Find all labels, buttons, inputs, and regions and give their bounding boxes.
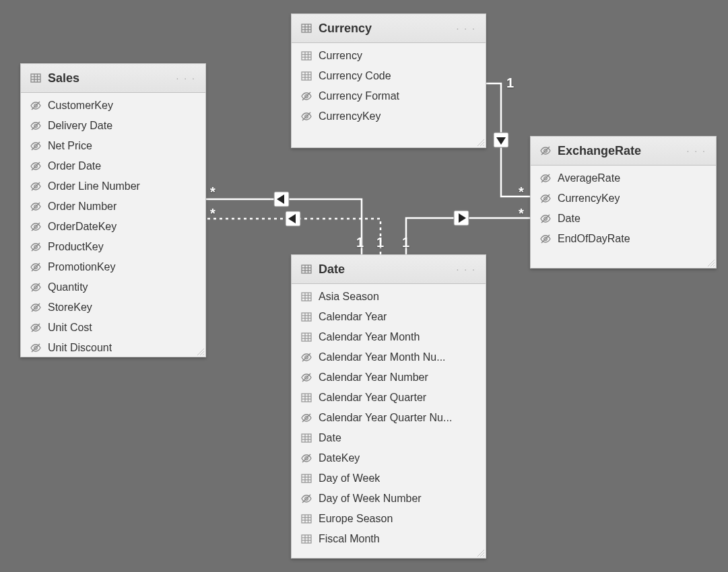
field-row[interactable]: Calendar Year Number <box>292 367 486 388</box>
svg-rect-82 <box>302 394 311 402</box>
field-row[interactable]: Asia Season <box>292 287 486 307</box>
table-header[interactable]: Date · · · <box>292 255 486 284</box>
field-row[interactable]: Order Line Number <box>21 176 205 196</box>
svg-marker-5 <box>459 213 466 223</box>
resize-grip-icon[interactable] <box>477 550 484 557</box>
field-row[interactable]: Calendar Year Month <box>292 327 486 347</box>
field-list[interactable]: Asia SeasonCalendar YearCalendar Year Mo… <box>292 284 486 558</box>
table-title: Date <box>319 262 450 277</box>
hidden-icon <box>540 145 551 156</box>
table-header[interactable]: Sales · · · <box>21 64 205 93</box>
svg-rect-6 <box>494 133 508 147</box>
hidden-icon <box>301 453 312 464</box>
field-row[interactable]: OrderDateKey <box>21 217 205 237</box>
resize-grip-icon[interactable] <box>477 139 484 146</box>
field-row[interactable]: Day of Week <box>292 468 486 489</box>
field-row[interactable]: Date <box>531 209 716 229</box>
field-row[interactable]: StoreKey <box>21 297 205 318</box>
svg-rect-8 <box>31 74 40 82</box>
field-label: Calendar Year Number <box>319 371 428 384</box>
field-row[interactable]: Calendar Year <box>292 307 486 327</box>
field-list[interactable]: CurrencyCurrency CodeCurrency FormatCurr… <box>292 43 486 147</box>
field-row[interactable]: Order Date <box>21 156 205 176</box>
svg-rect-0 <box>274 192 289 207</box>
field-row[interactable]: CurrencyKey <box>292 106 486 127</box>
field-row[interactable]: Delivery Date <box>21 116 205 136</box>
field-row[interactable]: Order Number <box>21 196 205 217</box>
field-row[interactable]: CurrencyKey <box>531 188 716 209</box>
field-label: Quantity <box>48 281 88 293</box>
hidden-icon <box>30 343 41 353</box>
hidden-icon <box>301 372 312 383</box>
field-row[interactable]: CustomerKey <box>21 96 205 116</box>
cardinality-many: * <box>519 206 524 221</box>
field-row[interactable]: Calendar Year Month Nu... <box>292 347 486 367</box>
hidden-icon <box>30 181 41 192</box>
table-exchangerate[interactable]: ExchangeRate · · · AverageRateCurrencyKe… <box>530 136 717 269</box>
field-row[interactable]: EndOfDayRate <box>531 229 716 249</box>
field-list[interactable]: AverageRateCurrencyKeyDateEndOfDayRate <box>531 166 716 268</box>
field-row[interactable]: Quantity <box>21 277 205 297</box>
resize-grip-icon[interactable] <box>708 260 715 266</box>
field-row[interactable]: Europe Season <box>292 509 486 529</box>
field-label: Calendar Year Quarter Nu... <box>319 412 452 424</box>
svg-rect-89 <box>302 434 311 442</box>
field-row[interactable]: Calendar Year Quarter <box>292 388 486 408</box>
field-label: Order Line Number <box>48 180 140 192</box>
hidden-icon <box>30 161 41 172</box>
field-row[interactable]: Unit Cost <box>21 318 205 338</box>
svg-marker-7 <box>496 137 506 145</box>
field-row[interactable]: Fiscal Month <box>292 529 486 549</box>
field-row[interactable]: Currency <box>292 46 486 66</box>
field-label: AverageRate <box>558 172 620 184</box>
field-label: Calendar Year <box>319 311 387 323</box>
field-label: Currency Code <box>319 70 391 82</box>
cardinality-many: * <box>210 206 216 221</box>
field-label: ProductKey <box>48 241 104 253</box>
svg-rect-58 <box>302 265 311 273</box>
svg-marker-1 <box>277 194 284 204</box>
field-label: Day of Week Number <box>319 493 422 505</box>
table-header[interactable]: Currency · · · <box>292 14 486 43</box>
field-row[interactable]: DateKey <box>292 448 486 468</box>
hidden-icon <box>30 141 41 151</box>
hidden-icon <box>540 193 551 204</box>
cardinality-many: * <box>519 184 524 200</box>
field-row[interactable]: Unit Discount <box>21 338 205 357</box>
column-icon <box>301 433 312 443</box>
resize-grip-icon[interactable] <box>197 349 204 355</box>
field-row[interactable]: AverageRate <box>531 168 716 188</box>
more-icon[interactable]: · · · <box>687 145 706 156</box>
field-row[interactable]: Calendar Year Quarter Nu... <box>292 408 486 428</box>
field-row[interactable]: Date <box>292 428 486 448</box>
field-label: CustomerKey <box>48 100 113 112</box>
field-row[interactable]: PromotionKey <box>21 257 205 277</box>
table-date[interactable]: Date · · · Asia SeasonCalendar YearCalen… <box>291 254 486 559</box>
field-label: PromotionKey <box>48 261 116 273</box>
field-row[interactable]: ProductKey <box>21 237 205 257</box>
field-label: Order Date <box>48 160 101 172</box>
hidden-icon <box>301 413 312 423</box>
field-label: Calendar Year Quarter <box>319 392 426 404</box>
field-row[interactable]: Net Price <box>21 136 205 156</box>
svg-rect-73 <box>302 333 311 341</box>
hidden-icon <box>301 91 312 102</box>
field-row[interactable]: Currency Format <box>292 86 486 106</box>
field-label: DateKey <box>319 452 360 464</box>
more-icon[interactable]: · · · <box>457 23 476 34</box>
hidden-icon <box>30 242 41 252</box>
more-icon[interactable]: · · · <box>176 73 196 83</box>
table-currency[interactable]: Currency · · · CurrencyCurrency CodeCurr… <box>291 13 486 148</box>
table-header[interactable]: ExchangeRate · · · <box>531 137 716 166</box>
svg-rect-103 <box>302 515 311 523</box>
field-row[interactable]: Day of Week Number <box>292 489 486 509</box>
hidden-icon <box>30 120 41 131</box>
more-icon[interactable]: · · · <box>457 264 476 275</box>
field-list[interactable]: CustomerKeyDelivery DateNet PriceOrder D… <box>21 93 205 357</box>
field-label: Date <box>558 213 581 225</box>
field-label: Calendar Year Month Nu... <box>319 351 446 363</box>
hidden-icon <box>30 282 41 293</box>
field-row[interactable]: Currency Code <box>292 66 486 86</box>
hidden-icon <box>30 322 41 333</box>
table-sales[interactable]: Sales · · · CustomerKeyDelivery DateNet … <box>20 63 206 357</box>
